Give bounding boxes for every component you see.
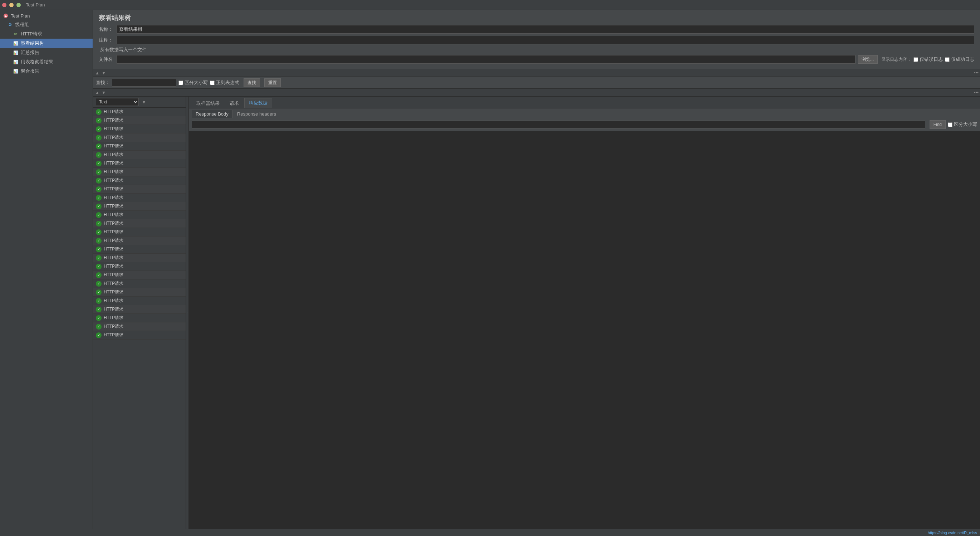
list-item[interactable]: ✓ HTTP请求 (93, 151, 186, 159)
tab-sampler-result[interactable]: 取样器结果 (192, 98, 224, 108)
request-label: HTTP请求 (104, 281, 123, 287)
request-label: HTTP请求 (104, 229, 123, 235)
resize-dots: ⋮ (186, 311, 189, 314)
list-item[interactable]: ✓ HTTP请求 (93, 116, 186, 125)
browse-button[interactable]: 浏览... (858, 55, 878, 64)
response-find-button[interactable]: Find (929, 120, 946, 129)
comment-input[interactable] (116, 36, 974, 45)
statusbar-url: https://blog.csdn.net/R_miss (928, 531, 977, 535)
list-item[interactable]: ✓ HTTP请求 (93, 219, 186, 228)
success-icon: ✓ (96, 264, 102, 270)
list-item[interactable]: ✓ HTTP请求 (93, 168, 186, 176)
http-icon: ✏ (13, 31, 19, 37)
sidebar-item-table-results[interactable]: 📊 用表格察看结果 (0, 57, 92, 67)
request-label: HTTP请求 (104, 134, 123, 140)
error-log-checkbox[interactable]: 仅错误日志 (913, 56, 943, 62)
error-log-check[interactable] (913, 57, 918, 62)
sidebar-item-summary-report[interactable]: 📊 汇总报告 (0, 48, 92, 57)
sidebar-item-aggregate-report[interactable]: 📊 聚合报告 (0, 67, 92, 76)
reset-button[interactable]: 重置 (264, 78, 281, 87)
list-item[interactable]: ✓ HTTP请求 (93, 297, 186, 305)
success-icon: ✓ (96, 109, 102, 115)
request-label: HTTP请求 (104, 212, 123, 218)
list-item[interactable]: ✓ HTTP请求 (93, 134, 186, 142)
sub-tab-response-headers[interactable]: Response headers (233, 110, 280, 118)
write-to-file-row: 所有数据写入一个文件 (99, 46, 974, 53)
arrow-up-2[interactable]: ▲ (94, 90, 100, 95)
list-item[interactable]: ✓ HTTP请求 (93, 245, 186, 254)
request-label: HTTP请求 (104, 315, 123, 321)
search-input[interactable] (112, 79, 176, 86)
success-icon: ✓ (96, 238, 102, 244)
case-sensitive-checkbox[interactable]: 区分大小写 (178, 80, 208, 86)
success-icon: ✓ (96, 332, 102, 338)
list-item[interactable]: ✓ HTTP请求 (93, 193, 186, 202)
regex-label: 正则表达式 (216, 80, 239, 86)
list-item[interactable]: ✓ HTTP请求 (93, 288, 186, 297)
content-header: 察看结果树 名称： 注释： 所有数据写入一个文件 文件名 浏览... 显示日志内… (93, 10, 980, 69)
response-case-check[interactable] (948, 122, 953, 127)
tab-request[interactable]: 请求 (225, 98, 243, 108)
list-item[interactable]: ✓ HTTP请求 (93, 159, 186, 168)
sidebar-item-http-request[interactable]: ✏ HTTP请求 (0, 29, 92, 39)
sidebar-item-label-test-plan: Test Plan (11, 13, 30, 19)
toolbar-icon-1 (2, 3, 6, 7)
list-item[interactable]: ✓ HTTP请求 (93, 254, 186, 262)
arrow-down-1[interactable]: ▼ (101, 70, 107, 75)
list-item[interactable]: ✓ HTTP请求 (93, 176, 186, 185)
resize-handle[interactable]: ⋮ (186, 97, 189, 529)
format-select[interactable]: Text RegExp Tester CSS/JQuery Tester JSO… (96, 98, 139, 106)
list-item[interactable]: ✓ HTTP请求 (93, 305, 186, 314)
request-label: HTTP请求 (104, 324, 123, 330)
list-item[interactable]: ✓ HTTP请求 (93, 322, 186, 331)
display-log-label: 显示日志内容： (881, 57, 911, 62)
success-icon: ✓ (96, 212, 102, 218)
arrow-up-1[interactable]: ▲ (94, 70, 100, 75)
case-sensitive-check[interactable] (178, 80, 183, 85)
list-item[interactable]: ✓ HTTP请求 (93, 262, 186, 271)
response-search-input[interactable] (192, 121, 925, 128)
regex-checkbox[interactable]: 正则表达式 (210, 80, 239, 86)
request-label: HTTP请求 (104, 246, 123, 252)
list-item[interactable]: ✓ HTTP请求 (93, 125, 186, 134)
filename-input[interactable] (116, 55, 856, 64)
request-label: HTTP请求 (104, 143, 123, 149)
list-item[interactable]: ✓ HTTP请求 (93, 185, 186, 193)
sidebar-item-label-table: 用表格察看结果 (21, 59, 53, 65)
list-item[interactable]: ✓ HTTP请求 (93, 108, 186, 116)
list-item[interactable]: ✓ HTTP请求 (93, 228, 186, 236)
list-item[interactable]: ✓ HTTP请求 (93, 271, 186, 279)
list-item[interactable]: ✓ HTTP请求 (93, 314, 186, 322)
list-item[interactable]: ✓ HTTP请求 (93, 331, 186, 340)
list-item[interactable]: ✓ HTTP请求 (93, 236, 186, 245)
success-log-checkbox[interactable]: 仅成功日志 (945, 56, 974, 62)
success-icon: ✓ (96, 281, 102, 287)
success-icon: ✓ (96, 272, 102, 278)
list-item[interactable]: ✓ HTTP请求 (93, 202, 186, 211)
name-input[interactable] (116, 25, 974, 34)
split-area: Text RegExp Tester CSS/JQuery Tester JSO… (93, 97, 980, 529)
success-icon: ✓ (96, 324, 102, 330)
table-icon: 📊 (13, 59, 19, 65)
sidebar-item-thread-group[interactable]: ⚙ 线程组 (0, 20, 92, 29)
success-log-check[interactable] (945, 57, 950, 62)
arrow-down-2[interactable]: ▼ (101, 90, 107, 95)
success-icon: ✓ (96, 247, 102, 252)
sidebar-item-result-tree[interactable]: 📊 察看结果树 (0, 39, 92, 48)
sidebar-item-test-plan[interactable]: ▶ Test Plan (0, 11, 92, 20)
find-button[interactable]: 查找 (243, 78, 260, 87)
list-item[interactable]: ✓ HTTP请求 (93, 142, 186, 151)
list-item[interactable]: ✓ HTTP请求 (93, 211, 186, 219)
request-label: HTTP请求 (104, 220, 123, 227)
request-label: HTTP请求 (104, 117, 123, 123)
sub-tab-response-body[interactable]: Response Body (192, 110, 232, 118)
expand-icon[interactable]: ▼ (142, 99, 146, 105)
list-item[interactable]: ✓ HTTP请求 (93, 279, 186, 288)
response-search-row: Find 区分大小写 (189, 118, 980, 131)
main-tabs: 取样器结果 请求 响应数据 (189, 97, 980, 108)
response-case-checkbox[interactable]: 区分大小写 (948, 121, 977, 128)
sub-tabs: Response Body Response headers (189, 108, 980, 118)
request-label: HTTP请求 (104, 109, 123, 115)
regex-check[interactable] (210, 80, 215, 85)
tab-response-data[interactable]: 响应数据 (244, 98, 272, 108)
